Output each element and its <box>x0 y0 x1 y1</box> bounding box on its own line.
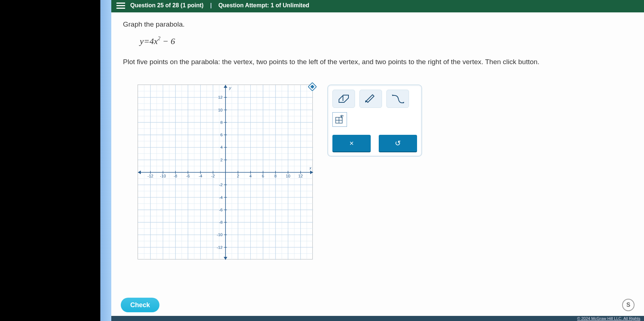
zoom-grid-tool[interactable]: x <box>332 112 347 127</box>
svg-text:-6: -6 <box>186 174 190 178</box>
reset-icon: ↺ <box>395 139 401 148</box>
svg-text:y: y <box>229 86 232 90</box>
footer-right-badge[interactable]: S <box>622 299 635 311</box>
question-content: Graph the parabola. y=4x2 − 6 Plot five … <box>111 12 644 298</box>
zoom-grid-icon: x <box>335 115 344 124</box>
copyright-bar: © 2024 McGraw Hill LLC. All Rights <box>111 316 644 321</box>
svg-text:-2: -2 <box>211 174 215 178</box>
svg-text:-2: -2 <box>219 183 223 187</box>
coordinate-grid[interactable]: -12-10-8-6-4-224681012-12-10-8-6-4-22468… <box>138 85 313 260</box>
question-header: Question 25 of 28 (1 point) | Question A… <box>111 0 644 12</box>
svg-marker-86 <box>224 257 227 260</box>
tool-row-main <box>332 90 417 108</box>
svg-marker-85 <box>310 171 313 174</box>
svg-text:-8: -8 <box>219 220 223 225</box>
curve-icon <box>391 93 404 104</box>
menu-icon[interactable] <box>116 3 125 9</box>
eraser-tool[interactable] <box>332 90 355 108</box>
svg-text:4: 4 <box>220 145 223 150</box>
svg-text:12: 12 <box>298 174 303 178</box>
tool-row-secondary: x <box>332 112 417 127</box>
footer: Check S <box>111 298 644 316</box>
svg-text:-10: -10 <box>160 174 166 178</box>
x-icon: × <box>350 139 354 148</box>
curve-tool[interactable] <box>386 90 409 108</box>
window-left-blackbar <box>0 0 100 321</box>
svg-text:-12: -12 <box>147 174 153 178</box>
pencil-icon <box>365 93 376 104</box>
instructions: Plot five points on the parabola: the ve… <box>123 56 632 67</box>
svg-marker-84 <box>224 85 227 88</box>
svg-text:4: 4 <box>250 174 252 178</box>
svg-text:8: 8 <box>274 174 277 178</box>
app-main: Question 25 of 28 (1 point) | Question A… <box>111 0 644 321</box>
tool-action-row: × ↺ <box>332 135 417 152</box>
svg-text:2: 2 <box>237 174 239 178</box>
svg-text:x: x <box>309 166 312 170</box>
svg-text:-12: -12 <box>217 245 223 250</box>
question-progress: Question 25 of 28 (1 point) <box>130 2 204 9</box>
prompt-title: Graph the parabola. <box>123 20 632 28</box>
svg-marker-87 <box>138 171 141 174</box>
svg-text:-4: -4 <box>219 195 223 200</box>
graph-canvas[interactable]: -12-10-8-6-4-224681012-12-10-8-6-4-22468… <box>138 85 313 259</box>
svg-text:12: 12 <box>218 95 223 100</box>
svg-text:8: 8 <box>220 120 223 125</box>
workspace: -12-10-8-6-4-224681012-12-10-8-6-4-22468… <box>138 85 632 259</box>
pencil-tool[interactable] <box>359 90 382 108</box>
window-blue-strip <box>100 0 111 321</box>
eraser-icon <box>338 94 350 103</box>
header-divider: | <box>210 2 212 9</box>
svg-text:-10: -10 <box>217 233 223 237</box>
equation: y=4x2 − 6 <box>140 36 632 46</box>
svg-text:-4: -4 <box>199 174 203 178</box>
svg-text:-6: -6 <box>219 208 223 212</box>
svg-text:6: 6 <box>262 174 264 178</box>
svg-text:6: 6 <box>220 133 223 137</box>
svg-text:10: 10 <box>218 108 223 112</box>
check-button[interactable]: Check <box>121 298 159 312</box>
svg-text:10: 10 <box>286 174 290 178</box>
reset-button[interactable]: ↺ <box>379 135 417 152</box>
svg-text:x: x <box>340 115 342 118</box>
question-attempt: Question Attempt: 1 of Unlimited <box>218 2 309 9</box>
tools-panel: x × ↺ <box>327 85 422 157</box>
clear-button[interactable]: × <box>332 135 371 152</box>
svg-text:2: 2 <box>220 158 223 162</box>
svg-text:-8: -8 <box>174 174 177 178</box>
